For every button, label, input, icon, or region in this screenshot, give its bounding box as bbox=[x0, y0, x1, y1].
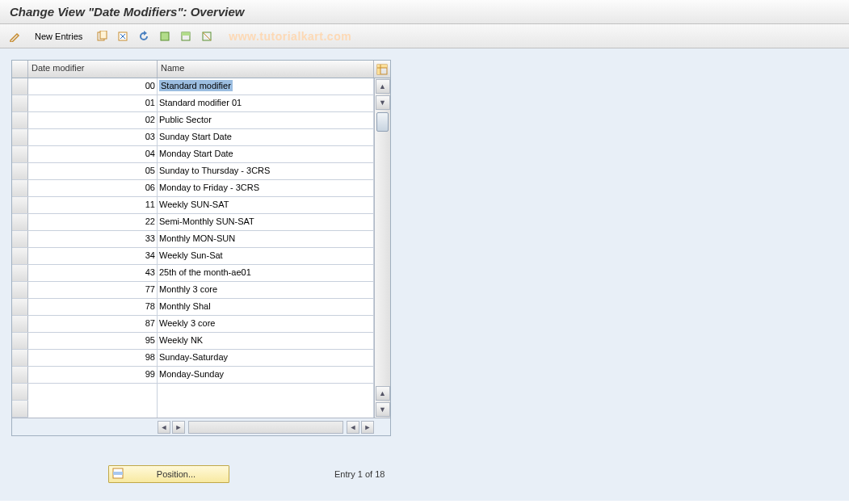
deselect-all-button[interactable] bbox=[198, 28, 216, 44]
delete-button[interactable] bbox=[114, 28, 132, 44]
cell-date-modifier[interactable]: 22 bbox=[28, 214, 158, 230]
select-all-button[interactable] bbox=[156, 28, 174, 44]
scroll-down-button-2[interactable]: ▼ bbox=[376, 402, 390, 417]
row-selector[interactable] bbox=[12, 129, 28, 145]
row-selector[interactable] bbox=[12, 265, 28, 281]
cell-name[interactable]: Monday-Sunday bbox=[158, 367, 374, 383]
position-button[interactable]: Position... bbox=[108, 465, 229, 483]
cell-date-modifier[interactable]: 99 bbox=[28, 367, 158, 383]
cell-date-modifier[interactable]: 87 bbox=[28, 316, 158, 332]
select-block-button[interactable] bbox=[177, 28, 195, 44]
table-row: 4325th of the month-ae01 bbox=[12, 265, 374, 282]
cell-name[interactable]: Weekly NK bbox=[158, 333, 374, 349]
select-all-icon bbox=[159, 31, 170, 42]
new-entries-button[interactable]: New Entries bbox=[27, 28, 90, 44]
row-selector[interactable] bbox=[12, 95, 28, 111]
toggle-display-change-button[interactable] bbox=[6, 28, 24, 44]
table-view: Date modifier Name 00Standard modifier01… bbox=[11, 60, 391, 436]
row-selector[interactable] bbox=[12, 299, 28, 315]
cell-name[interactable]: Sunday Start Date bbox=[158, 129, 374, 145]
table-row: 77Monthly 3 core bbox=[12, 282, 374, 299]
cell-name[interactable]: Weekly SUN-SAT bbox=[158, 197, 374, 213]
entry-count-label: Entry 1 of 18 bbox=[334, 469, 385, 479]
table-row bbox=[12, 384, 374, 401]
cell-date-modifier[interactable]: 06 bbox=[28, 180, 158, 196]
copy-as-button[interactable] bbox=[93, 28, 111, 44]
cell-name[interactable]: 25th of the month-ae01 bbox=[158, 265, 374, 281]
cell-date-modifier[interactable]: 05 bbox=[28, 163, 158, 179]
table-row: 95Weekly NK bbox=[12, 333, 374, 350]
col-name[interactable]: Name bbox=[158, 61, 374, 78]
row-selector[interactable] bbox=[12, 282, 28, 298]
table-row: 98Sunday-Saturday bbox=[12, 350, 374, 367]
row-selector[interactable] bbox=[12, 214, 28, 230]
hscroll-right-button[interactable]: ► bbox=[172, 421, 185, 434]
row-selector[interactable] bbox=[12, 197, 28, 213]
col-date-modifier[interactable]: Date modifier bbox=[28, 61, 158, 78]
row-selector[interactable] bbox=[12, 163, 28, 179]
row-selector[interactable] bbox=[12, 231, 28, 247]
cell-date-modifier[interactable]: 03 bbox=[28, 129, 158, 145]
table-row: 03Sunday Start Date bbox=[12, 129, 374, 146]
cell-name[interactable]: Sunday-Saturday bbox=[158, 350, 374, 366]
row-selector-header bbox=[12, 61, 28, 78]
cell-name[interactable] bbox=[158, 401, 374, 418]
cell-name[interactable] bbox=[158, 384, 374, 401]
row-selector[interactable] bbox=[12, 248, 28, 264]
cell-date-modifier[interactable] bbox=[28, 384, 158, 401]
cell-date-modifier[interactable]: 95 bbox=[28, 333, 158, 349]
scroll-down-button[interactable]: ▼ bbox=[376, 95, 390, 110]
scroll-up-button-2[interactable]: ▲ bbox=[376, 386, 390, 401]
hscroll-track[interactable] bbox=[188, 421, 343, 434]
undo-button[interactable] bbox=[135, 28, 153, 44]
cell-name[interactable]: Weekly 3 core bbox=[158, 316, 374, 332]
cell-name[interactable]: Semi-Monthly SUN-SAT bbox=[158, 214, 374, 230]
cell-date-modifier[interactable]: 00 bbox=[28, 78, 158, 94]
cell-name[interactable]: Standard modifier bbox=[158, 78, 374, 94]
cell-name[interactable]: Monday to Friday - 3CRS bbox=[158, 180, 374, 196]
cell-date-modifier[interactable]: 78 bbox=[28, 299, 158, 315]
horizontal-scrollbar[interactable]: ◄ ► ◄ ► bbox=[12, 418, 390, 435]
cell-date-modifier[interactable]: 33 bbox=[28, 231, 158, 247]
scroll-track[interactable] bbox=[375, 111, 390, 385]
scroll-up-button[interactable]: ▲ bbox=[376, 79, 390, 94]
hscroll-left-button[interactable]: ◄ bbox=[158, 421, 170, 434]
row-selector[interactable] bbox=[12, 333, 28, 349]
table-header: Date modifier Name bbox=[12, 61, 390, 78]
row-selector[interactable] bbox=[12, 112, 28, 128]
cell-date-modifier[interactable]: 04 bbox=[28, 146, 158, 162]
cell-name[interactable]: Sunday to Thursday - 3CRS bbox=[158, 163, 374, 179]
cell-date-modifier[interactable]: 34 bbox=[28, 248, 158, 264]
row-selector[interactable] bbox=[12, 316, 28, 332]
cell-date-modifier[interactable]: 02 bbox=[28, 112, 158, 128]
cell-name[interactable]: Public Sector bbox=[158, 112, 374, 128]
cell-date-modifier[interactable]: 01 bbox=[28, 95, 158, 111]
row-selector[interactable] bbox=[12, 367, 28, 383]
hscroll-right-button-2[interactable]: ► bbox=[361, 421, 374, 434]
cell-name[interactable]: Weekly Sun-Sat bbox=[158, 248, 374, 264]
row-selector[interactable] bbox=[12, 146, 28, 162]
table-row: 11Weekly SUN-SAT bbox=[12, 197, 374, 214]
vertical-scrollbar[interactable]: ▲ ▼ ▲ ▼ bbox=[374, 78, 390, 418]
hscroll-left-button-2[interactable]: ◄ bbox=[347, 421, 359, 434]
row-selector[interactable] bbox=[12, 180, 28, 196]
cell-name[interactable]: Standard modifier 01 bbox=[158, 95, 374, 111]
cell-date-modifier[interactable]: 98 bbox=[28, 350, 158, 366]
cell-name[interactable]: Monthly Shal bbox=[158, 299, 374, 315]
table-settings-button[interactable] bbox=[374, 61, 390, 78]
cell-date-modifier[interactable] bbox=[28, 401, 158, 418]
copy-icon bbox=[96, 31, 107, 42]
cell-name[interactable]: Monday Start Date bbox=[158, 146, 374, 162]
table-row: 78Monthly Shal bbox=[12, 299, 374, 316]
cell-date-modifier[interactable]: 43 bbox=[28, 265, 158, 281]
cell-name[interactable]: Monthly MON-SUN bbox=[158, 231, 374, 247]
cell-date-modifier[interactable]: 11 bbox=[28, 197, 158, 213]
scroll-thumb[interactable] bbox=[376, 112, 389, 132]
row-selector[interactable] bbox=[12, 350, 28, 366]
table-row: 05Sunday to Thursday - 3CRS bbox=[12, 163, 374, 180]
row-selector[interactable] bbox=[12, 78, 28, 94]
cell-date-modifier[interactable]: 77 bbox=[28, 282, 158, 298]
row-selector[interactable] bbox=[12, 384, 28, 400]
row-selector[interactable] bbox=[12, 401, 28, 417]
cell-name[interactable]: Monthly 3 core bbox=[158, 282, 374, 298]
